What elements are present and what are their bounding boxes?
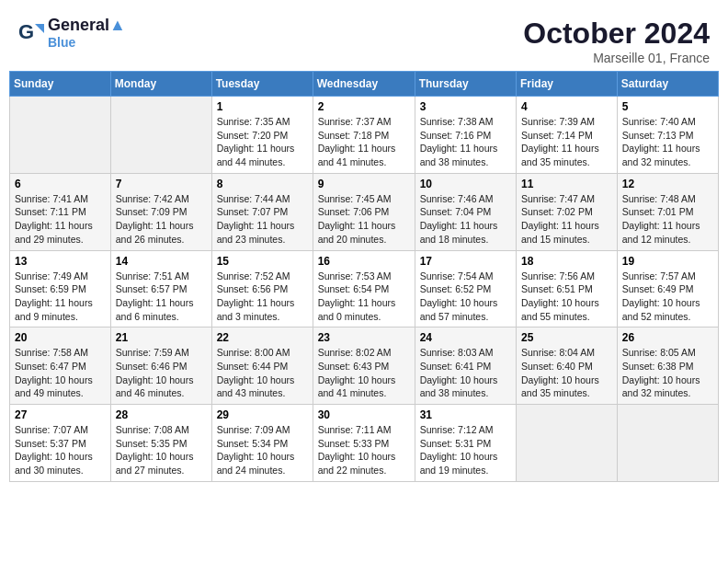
calendar-cell <box>10 97 111 174</box>
weekday-header-tuesday: Tuesday <box>211 72 313 97</box>
day-info: Sunrise: 7:51 AMSunset: 6:57 PMDaylight:… <box>116 270 207 324</box>
calendar-week-3: 13Sunrise: 7:49 AMSunset: 6:59 PMDayligh… <box>10 250 719 327</box>
day-info: Sunrise: 7:37 AMSunset: 7:18 PMDaylight:… <box>318 115 410 169</box>
calendar-cell: 31Sunrise: 7:12 AMSunset: 5:31 PMDayligh… <box>415 405 516 482</box>
day-info: Sunrise: 7:46 AMSunset: 7:04 PMDaylight:… <box>420 192 511 247</box>
calendar-table: SundayMondayTuesdayWednesdayThursdayFrid… <box>9 71 719 482</box>
calendar-cell: 11Sunrise: 7:47 AMSunset: 7:02 PMDayligh… <box>517 173 618 250</box>
day-info: Sunrise: 7:54 AMSunset: 6:52 PMDaylight:… <box>420 270 511 324</box>
day-number: 11 <box>521 178 612 190</box>
day-number: 24 <box>420 331 511 344</box>
day-info: Sunrise: 7:11 AMSunset: 5:33 PMDaylight:… <box>318 423 410 477</box>
calendar-cell: 19Sunrise: 7:57 AMSunset: 6:49 PMDayligh… <box>617 250 718 327</box>
calendar-cell: 25Sunrise: 8:04 AMSunset: 6:40 PMDayligh… <box>517 327 618 405</box>
day-info: Sunrise: 7:09 AMSunset: 5:34 PMDaylight:… <box>217 423 308 477</box>
day-number: 18 <box>521 255 612 268</box>
calendar-cell: 3Sunrise: 7:38 AMSunset: 7:16 PMDaylight… <box>415 97 516 174</box>
weekday-header-saturday: Saturday <box>617 72 718 97</box>
weekday-header-friday: Friday <box>517 72 618 97</box>
calendar-cell: 27Sunrise: 7:07 AMSunset: 5:37 PMDayligh… <box>10 405 111 482</box>
calendar-cell: 30Sunrise: 7:11 AMSunset: 5:33 PMDayligh… <box>313 405 415 482</box>
day-info: Sunrise: 7:56 AMSunset: 6:51 PMDaylight:… <box>521 270 612 324</box>
logo-icon: G <box>18 20 44 46</box>
day-number: 17 <box>420 255 511 268</box>
day-info: Sunrise: 7:44 AMSunset: 7:07 PMDaylight:… <box>217 192 308 247</box>
calendar-cell: 28Sunrise: 7:08 AMSunset: 5:35 PMDayligh… <box>110 405 211 482</box>
calendar-header-row: SundayMondayTuesdayWednesdayThursdayFrid… <box>10 72 719 97</box>
day-info: Sunrise: 7:57 AMSunset: 6:49 PMDaylight:… <box>622 270 713 324</box>
day-number: 15 <box>217 255 308 268</box>
weekday-header-wednesday: Wednesday <box>313 72 415 97</box>
day-info: Sunrise: 7:08 AMSunset: 5:35 PMDaylight:… <box>116 423 207 477</box>
day-number: 29 <box>217 408 308 421</box>
page-header: G General▲ Blue October 2024 Marseille 0… <box>9 9 719 71</box>
calendar-cell: 18Sunrise: 7:56 AMSunset: 6:51 PMDayligh… <box>517 250 618 327</box>
day-info: Sunrise: 7:58 AMSunset: 6:47 PMDaylight:… <box>15 346 106 400</box>
calendar-cell: 10Sunrise: 7:46 AMSunset: 7:04 PMDayligh… <box>415 173 516 250</box>
day-number: 21 <box>116 331 207 344</box>
day-info: Sunrise: 7:45 AMSunset: 7:06 PMDaylight:… <box>318 192 410 247</box>
day-number: 28 <box>116 408 207 421</box>
calendar-cell: 21Sunrise: 7:59 AMSunset: 6:46 PMDayligh… <box>110 327 211 405</box>
day-number: 30 <box>318 408 410 421</box>
svg-text:G: G <box>18 20 34 43</box>
calendar-cell: 7Sunrise: 7:42 AMSunset: 7:09 PMDaylight… <box>110 173 211 250</box>
day-info: Sunrise: 7:35 AMSunset: 7:20 PMDaylight:… <box>217 115 308 169</box>
calendar-cell: 5Sunrise: 7:40 AMSunset: 7:13 PMDaylight… <box>617 97 718 174</box>
day-number: 25 <box>521 331 612 344</box>
calendar-week-4: 20Sunrise: 7:58 AMSunset: 6:47 PMDayligh… <box>10 327 719 405</box>
calendar-cell: 12Sunrise: 7:48 AMSunset: 7:01 PMDayligh… <box>617 173 718 250</box>
calendar-cell <box>617 405 718 482</box>
day-number: 6 <box>15 178 106 190</box>
day-number: 16 <box>318 255 410 268</box>
day-info: Sunrise: 7:47 AMSunset: 7:02 PMDaylight:… <box>521 192 612 247</box>
day-info: Sunrise: 7:52 AMSunset: 6:56 PMDaylight:… <box>217 270 308 324</box>
calendar-cell: 2Sunrise: 7:37 AMSunset: 7:18 PMDaylight… <box>313 97 415 174</box>
day-number: 22 <box>217 331 308 344</box>
day-number: 23 <box>318 331 410 344</box>
calendar-cell: 16Sunrise: 7:53 AMSunset: 6:54 PMDayligh… <box>313 250 415 327</box>
day-info: Sunrise: 7:53 AMSunset: 6:54 PMDaylight:… <box>318 270 410 324</box>
logo-text-line1: General▲ <box>48 17 126 35</box>
calendar-cell: 1Sunrise: 7:35 AMSunset: 7:20 PMDaylight… <box>211 97 313 174</box>
day-info: Sunrise: 7:40 AMSunset: 7:13 PMDaylight:… <box>622 115 713 169</box>
location: Marseille 01, France <box>523 51 710 65</box>
day-number: 9 <box>318 178 410 190</box>
calendar-cell: 24Sunrise: 8:03 AMSunset: 6:41 PMDayligh… <box>415 327 516 405</box>
calendar-cell: 20Sunrise: 7:58 AMSunset: 6:47 PMDayligh… <box>10 327 111 405</box>
day-info: Sunrise: 8:02 AMSunset: 6:43 PMDaylight:… <box>318 346 410 400</box>
calendar-cell: 29Sunrise: 7:09 AMSunset: 5:34 PMDayligh… <box>211 405 313 482</box>
logo-text-line2: Blue <box>48 35 126 50</box>
day-number: 5 <box>622 100 713 113</box>
calendar-week-5: 27Sunrise: 7:07 AMSunset: 5:37 PMDayligh… <box>10 405 719 482</box>
day-number: 19 <box>622 255 713 268</box>
calendar-cell: 9Sunrise: 7:45 AMSunset: 7:06 PMDaylight… <box>313 173 415 250</box>
day-info: Sunrise: 8:00 AMSunset: 6:44 PMDaylight:… <box>217 346 308 400</box>
day-number: 3 <box>420 100 511 113</box>
day-number: 12 <box>622 178 713 190</box>
calendar-cell: 22Sunrise: 8:00 AMSunset: 6:44 PMDayligh… <box>211 327 313 405</box>
day-info: Sunrise: 8:05 AMSunset: 6:38 PMDaylight:… <box>622 346 713 400</box>
calendar-cell: 26Sunrise: 8:05 AMSunset: 6:38 PMDayligh… <box>617 327 718 405</box>
day-number: 27 <box>15 408 106 421</box>
calendar-cell <box>110 97 211 174</box>
calendar-cell <box>517 405 618 482</box>
weekday-header-sunday: Sunday <box>10 72 111 97</box>
day-number: 2 <box>318 100 410 113</box>
calendar-week-2: 6Sunrise: 7:41 AMSunset: 7:11 PMDaylight… <box>10 173 719 250</box>
logo: G General▲ Blue <box>18 17 126 50</box>
calendar-cell: 17Sunrise: 7:54 AMSunset: 6:52 PMDayligh… <box>415 250 516 327</box>
calendar-cell: 14Sunrise: 7:51 AMSunset: 6:57 PMDayligh… <box>110 250 211 327</box>
calendar-cell: 4Sunrise: 7:39 AMSunset: 7:14 PMDaylight… <box>517 97 618 174</box>
calendar-cell: 13Sunrise: 7:49 AMSunset: 6:59 PMDayligh… <box>10 250 111 327</box>
day-info: Sunrise: 7:42 AMSunset: 7:09 PMDaylight:… <box>116 192 207 247</box>
day-number: 26 <box>622 331 713 344</box>
day-number: 14 <box>116 255 207 268</box>
day-info: Sunrise: 7:49 AMSunset: 6:59 PMDaylight:… <box>15 270 106 324</box>
day-info: Sunrise: 7:41 AMSunset: 7:11 PMDaylight:… <box>15 192 106 247</box>
weekday-header-thursday: Thursday <box>415 72 516 97</box>
svg-marker-1 <box>35 24 44 33</box>
day-number: 20 <box>15 331 106 344</box>
day-info: Sunrise: 7:59 AMSunset: 6:46 PMDaylight:… <box>116 346 207 400</box>
day-info: Sunrise: 7:07 AMSunset: 5:37 PMDaylight:… <box>15 423 106 477</box>
